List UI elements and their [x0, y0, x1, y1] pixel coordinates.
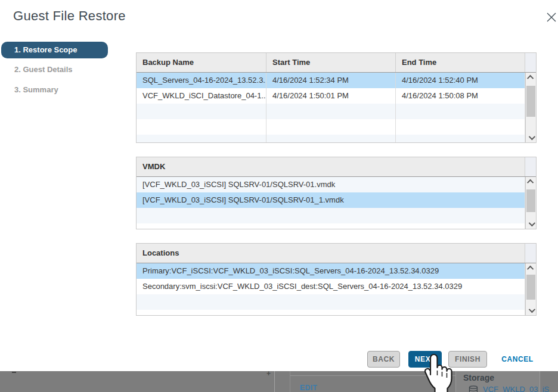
column-header-vmdk[interactable]: VMDK: [137, 157, 525, 176]
guest-file-restore-dialog: Guest File Restore 1. Restore Scope 2. G…: [0, 0, 558, 392]
empty-row: [137, 310, 536, 315]
expand-plus-mark: +: [266, 371, 271, 378]
locations-table: Locations Primary:VCF_iSCSI:VCF_WKLD_03_…: [136, 243, 537, 316]
location-row[interactable]: Primary:VCF_iSCSI:VCF_WKLD_03_iSCSI:SQL_…: [137, 263, 536, 279]
vmdk-row[interactable]: [VCF_WKLD_03_iSCSI] SQLSRV-01/SQLSRV-01_…: [137, 192, 536, 208]
vmdk-table-header: VMDK: [137, 157, 536, 177]
location-row[interactable]: Secondary:svm_iscsi:VCF_WKLD_03_iSCSI_de…: [137, 279, 536, 294]
empty-row: [137, 208, 536, 223]
empty-row: [137, 135, 536, 142]
scroll-down-icon[interactable]: [526, 133, 536, 142]
vmdk-table: VMDK [VCF_WKLD_03_iSCSI] SQLSRV-01/SQLSR…: [136, 157, 537, 229]
finish-button[interactable]: FINISH: [448, 351, 487, 368]
back-button[interactable]: BACK: [367, 351, 400, 368]
scroll-up-icon[interactable]: [526, 73, 536, 82]
scroll-down-icon[interactable]: [526, 306, 536, 315]
wizard-step-summary[interactable]: 3. Summary: [14, 85, 58, 94]
locations-table-header: Locations: [137, 244, 536, 263]
scroll-down-icon[interactable]: [526, 219, 536, 229]
location-cell: Secondary:svm_iscsi:VCF_WKLD_03_iSCSI_de…: [137, 279, 525, 294]
scrollbar-header-cell: [525, 53, 536, 72]
scrollbar-header-cell: [525, 157, 536, 176]
scrollbar-thumb[interactable]: [526, 275, 535, 300]
empty-row: [137, 223, 536, 229]
backup-table: Backup Name Start Time End Time SQL_Serv…: [136, 52, 537, 143]
dimmed-background-page: + EDIT Storage VCF_WKLD_03_iS: [0, 371, 558, 392]
close-icon[interactable]: [545, 11, 557, 23]
scrollbar-thumb[interactable]: [526, 86, 535, 117]
wizard-step-restore-scope[interactable]: 1. Restore Scope: [1, 42, 108, 58]
storage-heading: Storage: [463, 373, 494, 382]
end-time-cell: 4/16/2024 1:52:40 PM: [396, 73, 525, 88]
backup-row[interactable]: VCF_WKLD_iSCI_Datastore_04-1... 4/16/202…: [137, 88, 536, 104]
locations-table-scrollbar[interactable]: [525, 263, 536, 315]
vmdk-cell: [VCF_WKLD_03_iSCSI] SQLSRV-01/SQLSRV-01.…: [137, 177, 525, 192]
dialog-title: Guest File Restore: [13, 8, 126, 24]
wizard-step-guest-details[interactable]: 2. Guest Details: [14, 65, 73, 74]
backup-name-cell: SQL_Servers_04-16-2024_13.52.3...: [137, 73, 266, 88]
column-header-locations[interactable]: Locations: [137, 244, 525, 263]
backup-table-scrollbar[interactable]: [525, 73, 536, 142]
datastore-icon: [469, 385, 478, 392]
datastore-link: VCF_WKLD_03_iS: [483, 385, 549, 392]
empty-row: [137, 104, 536, 119]
backup-table-header: Backup Name Start Time End Time: [137, 53, 536, 73]
vmdk-row[interactable]: [VCF_WKLD_03_iSCSI] SQLSRV-01/SQLSRV-01.…: [137, 177, 536, 192]
scrollbar-header-cell: [525, 244, 536, 263]
next-button[interactable]: NEXT: [408, 351, 442, 368]
edit-link: EDIT: [300, 384, 317, 392]
column-header-start-time[interactable]: Start Time: [266, 53, 396, 72]
empty-row: [137, 119, 536, 135]
column-header-end-time[interactable]: End Time: [396, 53, 525, 72]
end-time-cell: 4/16/2024 1:50:08 PM: [396, 88, 525, 104]
collapse-dash-mark: [12, 372, 16, 373]
scrollbar-thumb[interactable]: [526, 189, 535, 212]
backup-row[interactable]: SQL_Servers_04-16-2024_13.52.3... 4/16/2…: [137, 73, 536, 88]
scroll-up-icon[interactable]: [526, 177, 536, 186]
cancel-button[interactable]: CANCEL: [500, 351, 535, 368]
start-time-cell: 4/16/2024 1:50:01 PM: [266, 88, 396, 104]
scroll-up-icon[interactable]: [526, 263, 536, 273]
vmdk-cell: [VCF_WKLD_03_iSCSI] SQLSRV-01/SQLSRV-01_…: [137, 192, 525, 208]
backup-name-cell: VCF_WKLD_iSCI_Datastore_04-1...: [137, 88, 266, 104]
location-cell: Primary:VCF_iSCSI:VCF_WKLD_03_iSCSI:SQL_…: [137, 263, 525, 279]
column-header-backup-name[interactable]: Backup Name: [137, 53, 266, 72]
empty-row: [137, 294, 536, 310]
vmdk-table-scrollbar[interactable]: [525, 177, 536, 229]
start-time-cell: 4/16/2024 1:52:34 PM: [266, 73, 396, 88]
